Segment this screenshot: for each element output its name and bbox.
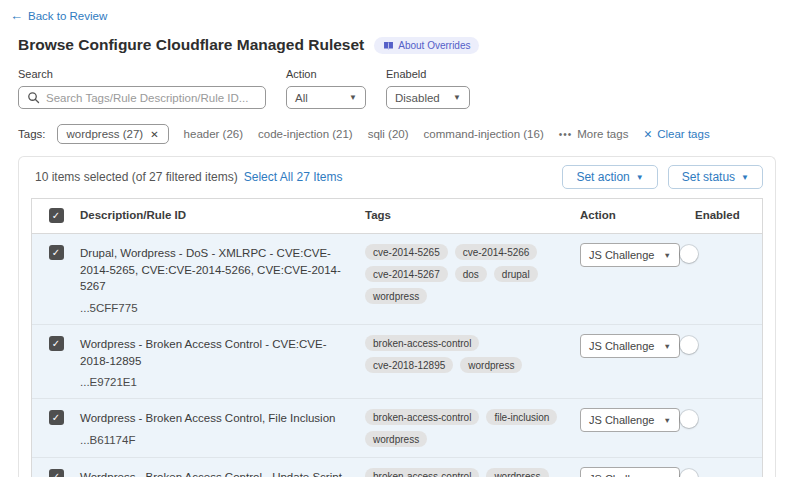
tag-chip: wordpress (365, 288, 427, 304)
selection-summary: 10 items selected (of 27 filtered items) (35, 170, 238, 184)
column-header-enabled: Enabled (695, 199, 762, 231)
rule-tags: broken-access-controlcve-2018-12895wordp… (365, 325, 580, 383)
back-link-label: Back to Review (28, 10, 107, 22)
search-box[interactable] (18, 86, 266, 109)
page: ← Back to Review Browse Configure Cloudf… (0, 0, 794, 477)
rule-description: Wordpress - Broken Access Control - Upda… (80, 469, 343, 477)
clear-tags-label: Clear tags (657, 128, 709, 140)
action-filter-label: Action (286, 68, 366, 80)
table-body: ✓ Drupal, Wordpress - DoS - XMLRPC - CVE… (32, 234, 762, 477)
tag-chip: cve-2014-5265 (365, 244, 448, 260)
clear-tags-button[interactable]: ✕ Clear tags (643, 128, 709, 140)
search-label: Search (18, 68, 266, 80)
tag-option-code-injection[interactable]: code-injection (21) (258, 128, 353, 140)
rule-tags: broken-access-controlfile-inclusionwordp… (365, 399, 580, 457)
table-row: ✓ Wordpress - Broken Access Control - Up… (32, 458, 762, 477)
close-icon: ✕ (643, 128, 652, 140)
row-action-select[interactable]: JS Challenge ▼ (580, 334, 680, 358)
action-filter-select[interactable]: All ▼ (286, 86, 366, 109)
tag-chip: drupal (494, 266, 538, 282)
ruleset-panel: 10 items selected (of 27 filtered items)… (18, 156, 776, 477)
tag-chip: cve-2014-5266 (455, 244, 538, 260)
title-row: Browse Configure Cloudflare Managed Rule… (18, 36, 776, 54)
back-link[interactable]: ← Back to Review (10, 8, 107, 23)
set-status-button[interactable]: Set status ▼ (668, 165, 763, 189)
table-header-row: ✓ Description/Rule ID Tags Action Enable… (32, 199, 762, 234)
about-overrides-badge[interactable]: About Overrides (374, 37, 479, 54)
row-action-select[interactable]: JS Challenge ▼ (580, 408, 680, 432)
rule-id: ...E9721E1 (80, 376, 343, 388)
tag-chip: cve-2018-12895 (365, 357, 453, 373)
row-checkbox[interactable]: ✓ (49, 469, 64, 477)
row-action-select[interactable]: JS Challenge ▼ (580, 243, 680, 267)
enabled-filter-label: Enabeld (386, 68, 470, 80)
enabled-filter-value: Disabled (395, 92, 440, 104)
row-checkbox[interactable]: ✓ (49, 245, 64, 260)
remove-tag-icon[interactable]: ✕ (150, 129, 158, 140)
search-filter-group: Search (18, 68, 266, 109)
row-action-value: JS Challenge (589, 473, 654, 477)
more-tags-button[interactable]: ••• More tags (559, 128, 629, 140)
chevron-down-icon: ▼ (664, 251, 671, 260)
set-action-label: Set action (576, 170, 629, 184)
chevron-down-icon: ▼ (664, 416, 671, 425)
tag-chip: dos (455, 266, 487, 282)
rule-description: Wordpress - Broken Access Control, File … (80, 410, 343, 427)
rule-id: ...5CFF775 (80, 302, 343, 314)
back-arrow-icon: ← (10, 8, 23, 23)
enabled-filter-select[interactable]: Disabled ▼ (386, 86, 470, 109)
rule-id: ...B61174F (80, 434, 343, 446)
enabled-filter-group: Enabeld Disabled ▼ (386, 68, 470, 109)
rule-description: Drupal, Wordpress - DoS - XMLRPC - CVE:C… (80, 245, 343, 295)
row-checkbox[interactable]: ✓ (49, 336, 64, 351)
search-input[interactable] (46, 92, 257, 104)
tags-bar: Tags: wordpress (27) ✕ header (26) code-… (18, 124, 776, 144)
select-all-checkbox[interactable]: ✓ (49, 208, 64, 223)
chevron-down-icon: ▼ (664, 342, 671, 351)
ellipsis-icon: ••• (559, 129, 573, 140)
tag-chip: file-inclusion (486, 409, 557, 425)
selected-tag-wordpress[interactable]: wordpress (27) ✕ (57, 124, 169, 144)
action-filter-group: Action All ▼ (286, 68, 366, 109)
table-row: ✓ Wordpress - Broken Access Control, Fil… (32, 399, 762, 458)
rule-tags: cve-2014-5265cve-2014-5266cve-2014-5267d… (365, 234, 580, 314)
chevron-down-icon: ▼ (453, 93, 461, 102)
more-tags-label: More tags (577, 128, 628, 140)
row-action-value: JS Challenge (589, 249, 654, 261)
table-row: ✓ Drupal, Wordpress - DoS - XMLRPC - CVE… (32, 234, 762, 325)
tag-option-command-injection[interactable]: command-injection (16) (424, 128, 544, 140)
tag-chip: broken-access-control (365, 409, 479, 425)
table-row: ✓ Wordpress - Broken Access Control - CV… (32, 325, 762, 399)
search-icon (27, 91, 40, 104)
action-filter-value: All (295, 92, 308, 104)
tag-option-header[interactable]: header (26) (184, 128, 243, 140)
chevron-down-icon: ▼ (741, 173, 749, 182)
selected-tag-label: wordpress (27) (67, 128, 144, 140)
row-action-value: JS Challenge (589, 340, 654, 352)
tags-label: Tags: (18, 128, 46, 140)
rule-description: Wordpress - Broken Access Control - CVE:… (80, 336, 343, 369)
chevron-down-icon: ▼ (349, 93, 357, 102)
filters-row: Search Action All ▼ Enabeld Disabled ▼ (18, 68, 776, 109)
row-checkbox[interactable]: ✓ (49, 410, 64, 425)
book-icon (383, 40, 394, 51)
column-header-tags: Tags (365, 199, 580, 231)
rules-table: ✓ Description/Rule ID Tags Action Enable… (31, 198, 763, 477)
set-action-button[interactable]: Set action ▼ (562, 165, 657, 189)
tag-chip: broken-access-control (365, 335, 479, 351)
chevron-down-icon: ▼ (636, 173, 644, 182)
tag-chip: broken-access-control (365, 468, 479, 477)
tag-option-sqli[interactable]: sqli (20) (368, 128, 409, 140)
row-action-select[interactable]: JS Challenge ▼ (580, 467, 680, 477)
selection-bar: 10 items selected (of 27 filtered items)… (19, 157, 775, 198)
row-action-value: JS Challenge (589, 414, 654, 426)
rule-tags: broken-access-controlwordpress (365, 458, 580, 477)
tag-chip: wordpress (460, 357, 522, 373)
select-all-link[interactable]: Select All 27 Items (244, 170, 343, 184)
column-header-description: Description/Rule ID (80, 199, 365, 231)
tag-chip: wordpress (365, 431, 427, 447)
tag-chip: cve-2014-5267 (365, 266, 448, 282)
tag-chip: wordpress (486, 468, 548, 477)
page-title: Browse Configure Cloudflare Managed Rule… (18, 36, 364, 54)
column-header-action: Action (580, 199, 695, 231)
